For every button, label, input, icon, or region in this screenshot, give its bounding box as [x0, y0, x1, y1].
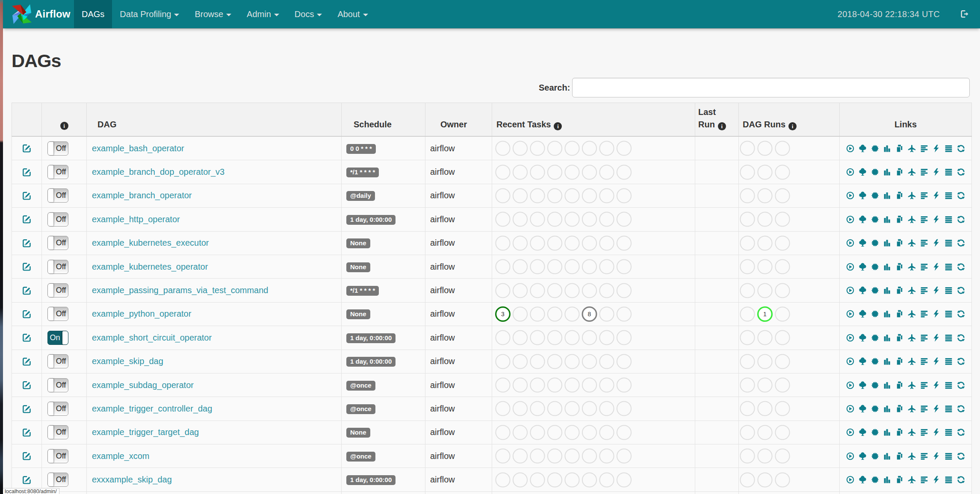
svg-text:8: 8 — [588, 311, 591, 318]
svg-text:3: 3 — [501, 311, 505, 318]
svg-text:1: 1 — [763, 311, 767, 318]
